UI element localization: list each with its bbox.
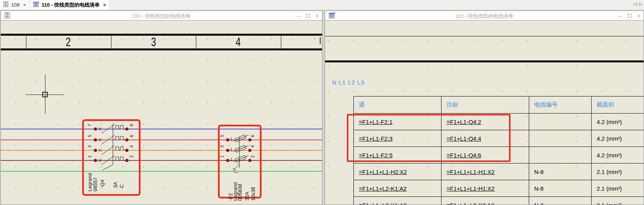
component-label: 3A	[113, 182, 118, 188]
table-row: =F1+L1+L2-K1:A2 =F1+L1+L2-K2:A2 N-8 2.1 …	[354, 197, 644, 205]
breaker-q4-symbol[interactable]: 7 5 3 1 8 6 4 2	[87, 124, 134, 170]
window-title: 110 - 按线类型的电线清单	[325, 13, 644, 20]
terminal-number: 1	[87, 155, 92, 158]
col-header-source: 源	[354, 96, 441, 114]
tab-108[interactable]: 108 ×	[0, 0, 30, 10]
component-label: 32A	[244, 192, 250, 201]
cross-section-cell: 2.1 (mm²)	[592, 180, 644, 197]
terminal-number: 8	[129, 124, 134, 126]
terminal-number: 2	[250, 155, 255, 158]
terminal-number: 3	[220, 145, 224, 148]
breaker-pole	[94, 155, 128, 165]
target-link[interactable]: =F1+L1+L2-K2:A2	[441, 197, 529, 205]
component-label: C	[119, 184, 125, 188]
component-label: 06557	[92, 177, 98, 191]
wire-list-canvas[interactable]: N L1 L2 L3 源 目标 电线编号 截面积 =F1+L1-F2:1 =F1…	[325, 21, 644, 205]
table-row: =F1+L1+L1-H2:X2 =F1+L1+L1-H1:X2 N-8 2.1 …	[354, 164, 644, 180]
close-button[interactable]: ×	[316, 13, 319, 19]
tab-close-icon[interactable]: ×	[23, 2, 26, 8]
wire-number-cell: N-8	[529, 164, 592, 180]
breaker-pole	[94, 145, 128, 155]
document-tab-bar: 108 × 110 - 按线类型的电线清单 × ◁ ▷	[0, 0, 644, 10]
wire-number-cell: N-8	[529, 197, 592, 205]
fuse-pole	[226, 144, 251, 153]
wire-list-window: 110 - 按线类型的电线清单 – × N L1 L2 L3 源 目标 电线编号…	[325, 10, 644, 205]
terminal-number: 2	[129, 155, 134, 158]
tab-close-icon[interactable]: ×	[103, 2, 106, 8]
window-title: 110 - 按线类型的电线清单	[1, 13, 322, 20]
cross-section-cell: 4.2 (mm²)	[592, 147, 644, 164]
minimize-button[interactable]: –	[619, 13, 622, 19]
terminal-number: 3	[87, 145, 92, 148]
cross-section-cell: 4.2 (mm²)	[592, 130, 644, 147]
cross-section-cell: 2.1 (mm²)	[592, 164, 644, 180]
schematic-drawing: 7 5 3 1 8 6 4 2	[1, 21, 322, 205]
table-row: =F1+L1+L2-K1:A2 =F1+L1+L1-H1:X2 N-8 2.1 …	[354, 180, 644, 197]
component-label: -Q4	[99, 179, 105, 188]
cross-section-cell: 4.2 (mm²)	[592, 114, 644, 130]
target-link[interactable]: =F1+L1+L1-H1:X2	[441, 164, 529, 180]
fuse-pole	[226, 134, 251, 143]
tab-scroll-arrows: ◁ ▷	[634, 2, 642, 7]
source-link[interactable]: =F1+L1+L2-K1:A2	[354, 197, 441, 205]
cross-section-cell: 2.1 (mm²)	[592, 197, 644, 205]
component-label: 005838	[237, 184, 243, 201]
close-button[interactable]: ×	[637, 13, 641, 19]
terminal-number: 6	[250, 135, 255, 137]
wire-number-cell	[529, 130, 592, 147]
tab-label: 108	[11, 2, 20, 8]
table-header-row: 源 目标 电线编号 截面积	[354, 96, 644, 114]
source-link[interactable]: =F1+L1+L2-K1:A2	[354, 180, 441, 197]
tab-110-wire-list[interactable]: 110 - 按线类型的电线清单 ×	[30, 0, 110, 10]
highlight-rect-rows	[347, 114, 511, 162]
terminal-number: 5	[220, 135, 224, 137]
breaker-pole	[94, 124, 128, 133]
maximize-button[interactable]	[628, 14, 632, 18]
source-link[interactable]: =F1+L1+L1-H2:X2	[354, 164, 441, 180]
maximize-button[interactable]	[306, 14, 310, 18]
schematic-window-titlebar[interactable]: 110 - 按线类型的电线清单 – ×	[1, 11, 322, 21]
phase-heading: N L1 L2 L3	[332, 79, 364, 86]
wire-list-window-titlebar[interactable]: 110 - 按线类型的电线清单 – ×	[325, 11, 644, 21]
window-controls: – ×	[297, 11, 319, 21]
col-header-cross-section: 截面积	[592, 96, 644, 114]
schematic-window: 110 - 按线类型的电线清单 – × 2 3 4	[0, 10, 322, 205]
col-header-wire-number: 电线编号	[529, 96, 592, 114]
tab-scroll-left-icon[interactable]: ◁	[634, 2, 637, 7]
terminal-number: 1	[220, 155, 224, 158]
terminal-number: 5	[87, 135, 92, 137]
terminal-number: 6	[129, 135, 134, 137]
wire-number-cell	[529, 147, 592, 164]
fuse-pole	[226, 154, 251, 164]
frame-rule-thick	[325, 60, 644, 62]
table-icon	[33, 2, 39, 8]
tab-scroll-right-icon[interactable]: ▷	[639, 2, 642, 7]
window-controls: – ×	[619, 11, 641, 21]
wire-number-cell	[529, 114, 592, 130]
fuse-f2-symbol[interactable]: 5 3 1 6 4 2	[220, 134, 255, 172]
terminal-number: 7	[87, 124, 92, 126]
minimize-button[interactable]: –	[297, 13, 300, 19]
target-link[interactable]: =F1+L1+L1-H1:X2	[441, 180, 529, 197]
schematic-canvas[interactable]: 2 3 4	[1, 21, 322, 205]
frame-rule-thin	[325, 36, 644, 36]
col-header-target: 目标	[441, 96, 529, 114]
schematic-icon	[3, 2, 9, 8]
terminal-number: 4	[250, 145, 255, 148]
terminal-number: 4	[129, 145, 134, 148]
breaker-pole	[94, 135, 128, 144]
wire-number-cell: N-8	[529, 180, 592, 197]
component-label: 10x38	[250, 187, 256, 201]
tab-label: 110 - 按线类型的电线清单	[42, 2, 100, 9]
component-label: Legrand	[87, 173, 93, 191]
